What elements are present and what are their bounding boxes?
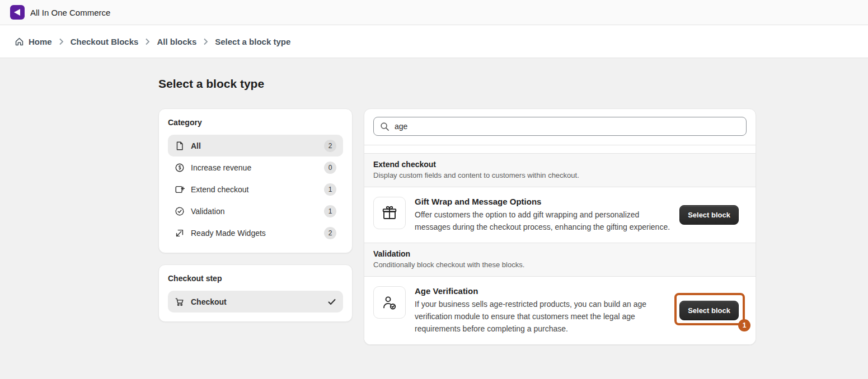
- block-row-age-verification: Age Verification If your business sells …: [364, 277, 756, 344]
- filters-column: Category All 2: [158, 108, 353, 345]
- block-title: Gift Wrap and Message Options: [415, 197, 670, 206]
- main-content: Select a block type Category All 2: [0, 58, 868, 345]
- checkout-step-card: Checkout step Checkout: [158, 264, 353, 322]
- category-item-validation[interactable]: Validation 1: [168, 200, 343, 222]
- app-name: All In One Commerce: [30, 8, 110, 17]
- category-card: Category All 2: [158, 108, 353, 253]
- search-area: [364, 109, 756, 145]
- breadcrumb-current: Select a block type: [215, 37, 290, 46]
- category-item-label: Increase revenue: [191, 163, 251, 172]
- search-box: [373, 117, 747, 136]
- block-description: If your business sells age-restricted pr…: [415, 298, 670, 335]
- seal-check-icon: [175, 206, 185, 216]
- page-title: Select a block type: [158, 77, 868, 91]
- search-icon: [380, 122, 390, 131]
- home-icon: [15, 37, 24, 46]
- block-title: Age Verification: [415, 286, 670, 296]
- category-item-extend-checkout[interactable]: Extend checkout 1: [168, 178, 343, 200]
- tutorial-step-badge: 1: [738, 319, 750, 331]
- search-input[interactable]: [395, 122, 740, 131]
- select-block-button-age-verification[interactable]: Select block: [679, 301, 739, 320]
- cart-icon: [175, 297, 185, 307]
- block-info: Gift Wrap and Message Options Offer cust…: [415, 197, 670, 233]
- person-check-icon: [373, 286, 406, 319]
- checkout-step-item-checkout[interactable]: Checkout: [168, 291, 343, 312]
- blocks-column: Extend checkout Display custom fields an…: [364, 108, 756, 345]
- spacer: [364, 145, 756, 153]
- count-badge: 2: [324, 227, 336, 239]
- section-heading: Extend checkout: [373, 160, 747, 169]
- section-header-validation: Validation Conditionally block checkout …: [364, 243, 756, 277]
- count-badge: 2: [324, 140, 336, 152]
- checkout-step-title: Checkout step: [168, 274, 343, 283]
- category-item-all[interactable]: All 2: [168, 135, 343, 157]
- check-icon: [327, 297, 336, 306]
- category-item-label: Validation: [191, 207, 224, 216]
- block-description: Offer customers the option to add gift w…: [415, 209, 670, 233]
- layout-plus-icon: [175, 184, 185, 195]
- breadcrumb-checkout-blocks[interactable]: Checkout Blocks: [71, 37, 139, 46]
- blocks-card: Extend checkout Display custom fields an…: [364, 108, 756, 345]
- block-info: Age Verification If your business sells …: [415, 286, 670, 335]
- top-app-bar: All In One Commerce: [0, 0, 868, 25]
- category-item-increase-revenue[interactable]: Increase revenue 0: [168, 157, 343, 178]
- section-heading: Validation: [373, 249, 747, 258]
- gift-icon: [373, 197, 406, 229]
- chevron-right-icon: [203, 38, 208, 45]
- select-block-button-gift-wrap[interactable]: Select block: [679, 205, 739, 225]
- breadcrumb: Home Checkout Blocks All blocks Select a…: [0, 25, 868, 58]
- breadcrumb-home[interactable]: Home: [15, 37, 52, 46]
- category-item-ready-made-widgets[interactable]: Ready Made Widgets 2: [168, 222, 343, 244]
- section-description: Conditionally block checkout with these …: [373, 260, 747, 269]
- category-item-label: Extend checkout: [191, 185, 249, 194]
- breadcrumb-all-blocks[interactable]: All blocks: [157, 37, 196, 46]
- block-row-gift-wrap: Gift Wrap and Message Options Offer cust…: [364, 187, 756, 243]
- category-title: Category: [168, 118, 343, 127]
- section-description: Display custom fields and content to cus…: [373, 171, 747, 179]
- category-item-label: Ready Made Widgets: [191, 229, 266, 238]
- chevron-right-icon: [59, 38, 64, 45]
- chevron-right-icon: [145, 38, 150, 45]
- dollar-circle-icon: [175, 163, 185, 173]
- count-badge: 0: [324, 162, 336, 174]
- app-logo-icon: [10, 5, 25, 20]
- count-badge: 1: [324, 205, 336, 217]
- section-header-extend-checkout: Extend checkout Display custom fields an…: [364, 153, 756, 187]
- count-badge: 1: [324, 183, 336, 196]
- checkout-step-label: Checkout: [191, 297, 227, 306]
- file-icon: [175, 141, 185, 151]
- category-item-label: All: [191, 141, 201, 150]
- widget-import-icon: [175, 228, 185, 238]
